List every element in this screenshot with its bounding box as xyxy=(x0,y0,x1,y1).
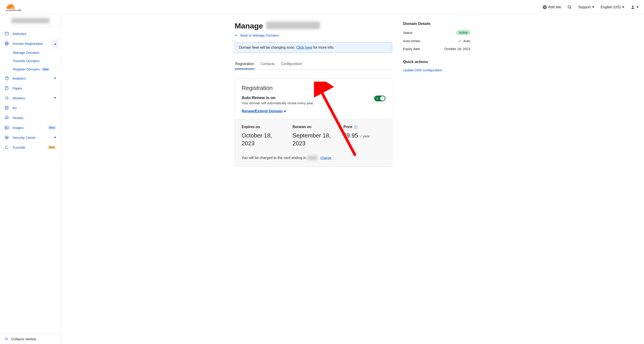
logo[interactable]: CLOUDFLARE xyxy=(5,3,32,11)
sidebar-item-r2[interactable]: R2 xyxy=(0,103,61,113)
sidebar-item-label: R2 xyxy=(12,106,56,110)
expires-col: Expires on October 18, 2023 xyxy=(242,125,284,147)
svg-line-2 xyxy=(570,8,572,9)
status-badge: Active xyxy=(456,30,470,35)
charge-text: You will be charged to the card ending i… xyxy=(242,156,306,160)
content: Manage xxxxx Back to Manage Domains Doma… xyxy=(235,22,392,167)
user-menu[interactable] xyxy=(630,5,639,10)
account-selector[interactable]: xxxxx xyxy=(0,14,61,27)
database-icon xyxy=(4,106,9,110)
image-icon xyxy=(4,125,9,130)
sidebar-item-label: Register Domains xyxy=(13,67,40,71)
nav: Websites Domain Registration Manage Doma… xyxy=(0,27,61,333)
detail-status: Status Active xyxy=(403,30,470,35)
expires-value: October 18, 2023 xyxy=(242,132,284,147)
check-icon xyxy=(376,97,378,100)
autorenew-desc: Your domain will automatically renew eve… xyxy=(242,101,314,105)
security-icon xyxy=(4,135,9,140)
change-card-link[interactable]: Change xyxy=(320,156,332,160)
details-heading: Domain Details xyxy=(403,22,470,26)
update-dns-link[interactable]: Update DNS configuration xyxy=(403,68,442,72)
fee-notice: Domain fees will be changing soon. Click… xyxy=(235,42,392,53)
add-site-label: Add site xyxy=(548,5,561,9)
new-badge: New xyxy=(42,68,50,71)
svg-point-16 xyxy=(6,137,8,138)
sidebar-item-label: Manage Domains xyxy=(13,51,40,55)
sidebar-item-turnstile[interactable]: Turnstile Beta xyxy=(0,142,61,152)
autorenew-title: Auto Renew is on xyxy=(242,96,314,100)
renews-value: September 18, 2023 xyxy=(292,132,334,147)
sidebar-item-stream[interactable]: Stream xyxy=(0,113,61,123)
svg-point-1 xyxy=(568,5,571,8)
tab-configuration[interactable]: Configuration xyxy=(280,60,303,69)
chevrons-left-icon xyxy=(4,337,8,341)
sidebar-item-transfer-domains[interactable]: Transfer Domains xyxy=(0,57,61,65)
pages-icon xyxy=(4,86,9,90)
search-icon[interactable] xyxy=(568,5,572,10)
card-heading: Registration xyxy=(242,85,385,91)
expiry-label: Expiry date xyxy=(403,47,420,51)
autorenew-label: Auto-renew xyxy=(403,39,420,43)
price-col: Price i $9.95 / year xyxy=(344,125,385,147)
back-link[interactable]: Back to Manage Domains xyxy=(235,33,279,37)
add-site-button[interactable]: + Add site xyxy=(543,5,561,9)
tab-contacts[interactable]: Contacts xyxy=(260,60,275,69)
svg-point-17 xyxy=(6,137,7,138)
sidebar-item-domain-registration[interactable]: Domain Registration xyxy=(0,39,61,48)
globe-icon xyxy=(4,41,9,46)
chevron-down-icon xyxy=(622,7,624,8)
notice-link[interactable]: Click here xyxy=(296,46,312,49)
charge-line: You will be charged to the card ending i… xyxy=(242,156,385,160)
chevron-up-icon[interactable] xyxy=(52,40,58,48)
sidebar-item-websites[interactable]: Websites xyxy=(0,29,61,39)
plus-icon: + xyxy=(543,5,547,9)
autorenew-toggle[interactable] xyxy=(374,96,385,101)
check-icon xyxy=(458,40,462,43)
domain-name-redacted: xxxxx xyxy=(266,22,320,29)
refresh-icon xyxy=(4,145,9,149)
app-header: CLOUDFLARE + Add site Support English (U… xyxy=(0,0,644,14)
sidebar-item-workers[interactable]: Workers xyxy=(0,93,61,103)
page-title: Manage xxxxx xyxy=(235,22,392,30)
expiry-value: October 18, 2023 xyxy=(444,47,470,51)
sidebar-item-register-domains[interactable]: Register Domains New xyxy=(0,65,61,73)
sidebar-item-label: Analytics xyxy=(12,76,56,80)
sidebar-item-label: Transfer Domains xyxy=(13,59,40,63)
sidebar-item-manage-domains[interactable]: Manage Domains xyxy=(0,48,61,57)
sidebar-item-analytics[interactable]: Analytics xyxy=(0,73,61,83)
collapse-label: Collapse sidebar xyxy=(11,337,36,341)
price-value: $9.95 xyxy=(344,132,358,139)
expires-label: Expires on xyxy=(242,125,284,129)
svg-text:CLOUDFLARE: CLOUDFLARE xyxy=(6,9,22,11)
chevron-down-icon xyxy=(636,7,639,8)
sidebar-item-label: Pages xyxy=(12,86,56,90)
sidebar-item-pages[interactable]: Pages xyxy=(0,83,61,93)
caret-right-icon xyxy=(284,110,286,113)
workers-icon xyxy=(4,96,9,100)
notice-text-post: for more info. xyxy=(312,46,334,49)
support-menu[interactable]: Support xyxy=(578,5,594,9)
svg-rect-4 xyxy=(5,32,8,35)
renews-label: Renews on xyxy=(292,125,334,129)
sidebar-item-security-center[interactable]: Security Center xyxy=(0,132,61,142)
renew-extend-link[interactable]: Renew/Extend Domain xyxy=(242,109,286,113)
new-badge: New xyxy=(48,126,56,129)
sidebar-item-label: Stream xyxy=(12,116,56,120)
account-name-redacted: xxxxx xyxy=(12,18,50,23)
svg-rect-15 xyxy=(5,136,8,139)
support-label: Support xyxy=(578,5,591,9)
language-menu[interactable]: English (US) xyxy=(600,5,624,9)
price-label: Price xyxy=(344,125,352,129)
back-label: Back to Manage Domains xyxy=(240,33,279,37)
info-icon[interactable]: i xyxy=(354,125,358,129)
svg-rect-13 xyxy=(5,126,8,129)
page-title-prefix: Manage xyxy=(235,22,263,30)
sidebar-item-images[interactable]: Images New xyxy=(0,123,61,132)
beta-badge: Beta xyxy=(48,145,56,149)
tab-registration[interactable]: Registration xyxy=(235,60,254,69)
sidebar-item-label: Security Center xyxy=(12,136,56,139)
person-icon xyxy=(630,5,635,10)
registration-card: Registration Auto Renew is on Your domai… xyxy=(235,78,392,167)
autorenew-value: Auto xyxy=(463,39,470,43)
collapse-sidebar-button[interactable]: Collapse sidebar xyxy=(0,333,61,344)
